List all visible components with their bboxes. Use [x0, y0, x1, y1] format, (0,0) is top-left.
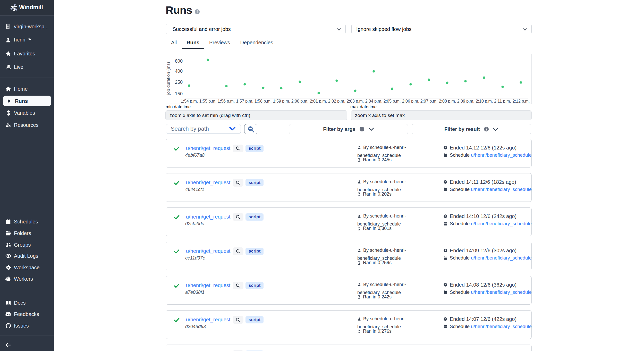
svg-text:2:01 p.m.: 2:01 p.m.	[310, 99, 327, 103]
svg-text:2:10 p.m.: 2:10 p.m.	[476, 99, 493, 103]
svg-text:2:12 p.m.: 2:12 p.m.	[513, 99, 530, 103]
svg-text:1:54 p.m.: 1:54 p.m.	[181, 99, 198, 103]
svg-text:150: 150	[175, 91, 183, 96]
svg-text:2:11 p.m.: 2:11 p.m.	[494, 99, 511, 103]
svg-text:2:02 p.m.: 2:02 p.m.	[328, 99, 345, 103]
svg-text:job duration (ms): job duration (ms)	[166, 62, 171, 95]
svg-text:2:08 p.m.: 2:08 p.m.	[439, 99, 456, 103]
svg-text:2:03 p.m.: 2:03 p.m.	[347, 99, 364, 103]
svg-text:2:07 p.m.: 2:07 p.m.	[420, 99, 438, 103]
svg-text:1:58 p.m.: 1:58 p.m.	[255, 99, 272, 103]
svg-text:1:56 p.m.: 1:56 p.m.	[218, 99, 235, 103]
svg-text:600: 600	[175, 58, 183, 64]
svg-text:400: 400	[175, 69, 183, 74]
svg-text:2:04 p.m.: 2:04 p.m.	[365, 99, 383, 103]
svg-text:2:00 p.m.: 2:00 p.m.	[291, 99, 309, 103]
svg-text:2:06 p.m.: 2:06 p.m.	[402, 99, 419, 103]
svg-text:1:55 p.m.: 1:55 p.m.	[199, 99, 217, 103]
svg-text:1:57 p.m.: 1:57 p.m.	[236, 99, 253, 103]
svg-text:2:09 p.m.: 2:09 p.m.	[457, 99, 474, 103]
svg-text:250: 250	[175, 80, 183, 85]
svg-text:1:59 p.m.: 1:59 p.m.	[273, 99, 290, 103]
svg-text:2:05 p.m.: 2:05 p.m.	[384, 99, 401, 103]
